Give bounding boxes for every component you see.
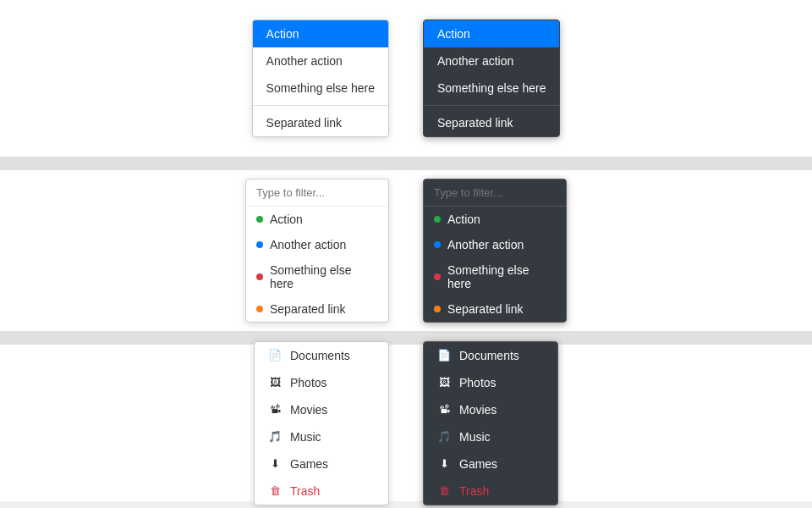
icon-item-label: Photos [290, 376, 327, 389]
icon-item-label: Games [290, 457, 328, 471]
dot-red-icon [256, 273, 263, 280]
icon-item-music[interactable]: 🎵 Music [255, 423, 388, 450]
icon-dark-item-movies[interactable]: 📽 Movies [424, 396, 557, 423]
icon-dark-item-games[interactable]: ⬇ Games [424, 450, 557, 478]
divider-1 [0, 157, 812, 170]
dropdown-dark-divider [424, 105, 559, 106]
dot-green-icon [434, 216, 441, 223]
icon-dropdown-dark[interactable]: 📄 Documents 🖼 Photos 📽 Movies 🎵 Music ⬇ … [423, 341, 558, 505]
dot-orange-icon [434, 306, 441, 312]
dropdown-item-separated[interactable]: Separated link [253, 109, 388, 136]
icon-dark-item-trash[interactable]: 🗑 Trash [424, 478, 557, 505]
filter-item-another-action[interactable]: Another action [246, 232, 388, 257]
icon-dark-item-label: Music [459, 430, 491, 444]
dropdown-item-something-else[interactable]: Something else here [253, 75, 388, 102]
filter-dark-item-separated[interactable]: Separated link [424, 296, 566, 322]
icon-item-movies[interactable]: 📽 Movies [255, 396, 388, 423]
icon-item-games[interactable]: ⬇ Games [255, 450, 388, 478]
icon-dark-item-label: Movies [459, 403, 497, 417]
dropdown-light[interactable]: Action Another action Something else her… [252, 19, 389, 137]
dropdown-dark-item-separated[interactable]: Separated link [424, 109, 559, 136]
section-icon-dropdowns: 📄 Documents 🖼 Photos 📽 Movies 🎵 Music ⬇ … [0, 345, 812, 501]
icon-dark-item-label: Trash [459, 484, 489, 498]
document-icon: 📄 [268, 349, 282, 362]
filter-dark-item-label: Separated link [447, 302, 524, 316]
dropdown-divider [253, 105, 388, 106]
filter-item-something-else[interactable]: Something else here [246, 257, 388, 296]
filter-item-label: Another action [270, 238, 346, 251]
icon-item-label: Movies [290, 403, 327, 417]
filter-dark-item-label: Action [447, 213, 480, 226]
icon-dark-item-label: Games [459, 457, 497, 471]
dot-green-icon [256, 216, 263, 223]
icon-item-label: Trash [290, 484, 320, 498]
dropdown-item-action[interactable]: Action [253, 20, 388, 47]
icon-dark-item-documents[interactable]: 📄 Documents [424, 342, 557, 369]
dropdown-dark-item-action[interactable]: Action [424, 20, 559, 47]
photo-icon: 🖼 [437, 376, 451, 389]
filter-dropdown-dark[interactable]: Action Another action Something else her… [423, 179, 567, 323]
photo-icon: 🖼 [268, 376, 282, 389]
dropdown-item-another-action[interactable]: Another action [253, 47, 388, 75]
section-basic-dropdowns: Action Another action Something else her… [0, 0, 812, 157]
document-icon: 📄 [437, 349, 451, 362]
music-icon: 🎵 [437, 430, 451, 443]
filter-dark-item-action[interactable]: Action [424, 207, 566, 232]
icon-item-documents[interactable]: 📄 Documents [255, 342, 388, 369]
icon-item-photos[interactable]: 🖼 Photos [255, 369, 388, 396]
filter-item-label: Separated link [270, 302, 346, 316]
dropdown-dark-item-another-action[interactable]: Another action [424, 47, 559, 75]
games-icon: ⬇ [437, 457, 451, 470]
filter-dark-item-label: Something else here [447, 263, 556, 290]
filter-input-light[interactable] [246, 179, 388, 207]
filter-item-label: Action [270, 213, 303, 226]
icon-dark-item-label: Photos [459, 376, 497, 389]
icon-dropdown-light[interactable]: 📄 Documents 🖼 Photos 📽 Movies 🎵 Music ⬇ … [254, 341, 389, 505]
section-filter-dropdowns: Action Another action Something else her… [0, 170, 812, 331]
filter-item-action[interactable]: Action [246, 207, 388, 232]
filter-input-dark[interactable] [424, 179, 566, 207]
music-icon: 🎵 [268, 430, 282, 443]
movie-icon: 📽 [437, 403, 451, 416]
divider-2 [0, 331, 812, 345]
dot-blue-icon [256, 241, 263, 248]
dot-orange-icon [256, 306, 263, 312]
trash-icon: 🗑 [437, 484, 451, 497]
movie-icon: 📽 [268, 403, 282, 416]
filter-dark-item-something-else[interactable]: Something else here [424, 257, 566, 296]
icon-dark-item-photos[interactable]: 🖼 Photos [424, 369, 557, 396]
dropdown-dark-item-something-else[interactable]: Something else here [424, 75, 559, 102]
filter-dark-item-another-action[interactable]: Another action [424, 232, 566, 257]
icon-dark-item-music[interactable]: 🎵 Music [424, 423, 557, 450]
icon-item-label: Documents [290, 349, 350, 362]
dropdown-dark[interactable]: Action Another action Something else her… [423, 19, 560, 137]
dot-blue-icon [434, 241, 441, 248]
dot-red-icon [434, 273, 441, 280]
filter-item-label: Something else here [270, 263, 378, 290]
games-icon: ⬇ [268, 457, 282, 470]
icon-dark-item-label: Documents [459, 349, 519, 362]
filter-item-separated[interactable]: Separated link [246, 296, 388, 322]
filter-dropdown-light[interactable]: Action Another action Something else her… [245, 179, 389, 323]
trash-icon: 🗑 [268, 484, 282, 497]
filter-dark-item-label: Another action [447, 238, 524, 251]
icon-item-trash[interactable]: 🗑 Trash [255, 478, 388, 505]
icon-item-label: Music [290, 430, 321, 444]
